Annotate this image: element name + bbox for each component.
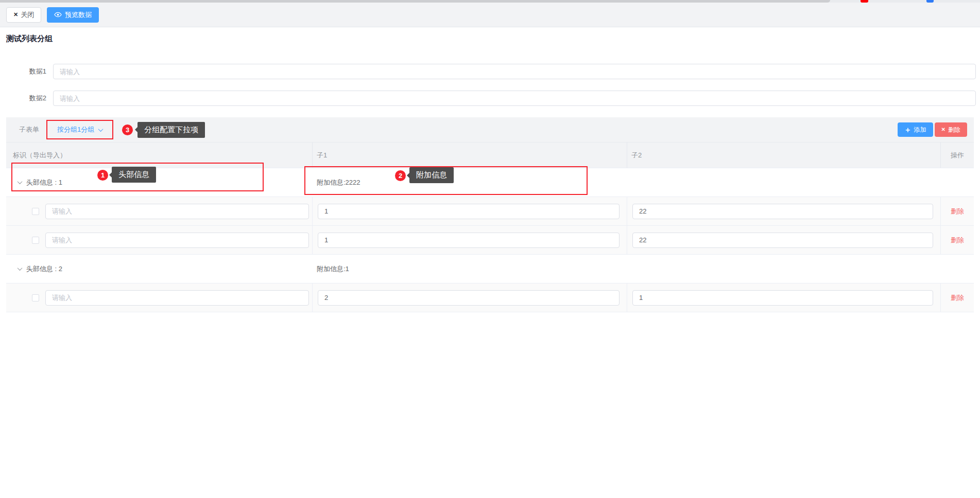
data1-input[interactable] xyxy=(53,64,976,79)
data2-label: 数据2 xyxy=(0,94,53,103)
annotation-tooltip-2: 附加信息 xyxy=(409,167,454,183)
group-by-dropdown[interactable]: 按分组1分组 xyxy=(46,120,113,139)
table-row: 删除 xyxy=(6,283,974,312)
row-id-input[interactable] xyxy=(45,204,309,219)
row-sub1-input[interactable] xyxy=(318,233,620,248)
data1-label: 数据1 xyxy=(0,67,53,76)
subform-label: 子表单 xyxy=(19,125,39,134)
row-sub1-input[interactable] xyxy=(318,290,620,306)
browser-edge-strip xyxy=(0,0,980,3)
col-header-actions: 操作 xyxy=(941,143,974,168)
preview-data-button[interactable]: 预览数据 xyxy=(47,7,99,23)
recording-indicator xyxy=(861,0,868,3)
group-extra-info: 附加信息:2222 xyxy=(317,178,360,187)
col-header-sub2: 子2 xyxy=(627,143,941,168)
group-by-dropdown-value: 按分组1分组 xyxy=(57,125,94,134)
form-row-data2: 数据2 xyxy=(0,91,980,106)
group-header-text: 头部信息 : 2 xyxy=(26,264,62,274)
subform-section: 子表单 按分组1分组 3 分组配置下拉项 ＋ 添加 ✕ 删除 标识（导出导入） … xyxy=(6,117,974,312)
main-form: 数据1 数据2 xyxy=(0,64,980,106)
group-extra-info: 附加信息:1 xyxy=(317,264,349,274)
row-sub2-input[interactable] xyxy=(632,204,933,219)
close-button[interactable]: ✕ 关闭 xyxy=(6,7,41,23)
chevron-down-icon xyxy=(98,127,104,132)
row-sub1-input[interactable] xyxy=(318,204,620,219)
close-button-label: 关闭 xyxy=(21,10,34,20)
row-sub2-input[interactable] xyxy=(632,233,933,248)
annotation-callout-3: 3 分组配置下拉项 xyxy=(122,122,205,138)
group-header-row-2[interactable]: 头部信息 : 2 附加信息:1 xyxy=(6,254,974,283)
close-icon: ✕ xyxy=(13,11,18,18)
row-delete-link[interactable]: 删除 xyxy=(951,293,964,303)
eye-icon xyxy=(54,11,62,19)
row-checkbox[interactable] xyxy=(32,294,39,301)
group-collapse-icon[interactable] xyxy=(18,265,23,271)
x-icon: ✕ xyxy=(941,127,945,132)
annotation-tooltip-1: 头部信息 xyxy=(112,167,156,183)
group-collapse-icon[interactable] xyxy=(18,179,23,184)
row-sub2-input[interactable] xyxy=(632,290,933,306)
page-title: 测试列表分组 xyxy=(6,34,980,44)
annotation-badge-3: 3 xyxy=(122,124,133,135)
browser-tab-remnant xyxy=(0,0,830,3)
subform-actions: ＋ 添加 ✕ 删除 xyxy=(898,122,967,137)
table-row: 删除 xyxy=(6,197,974,225)
row-id-input[interactable] xyxy=(45,233,309,248)
delete-rows-label: 删除 xyxy=(948,126,960,134)
row-delete-link[interactable]: 删除 xyxy=(951,236,964,245)
row-delete-link[interactable]: 删除 xyxy=(951,207,964,216)
col-header-sub1: 子1 xyxy=(313,143,627,168)
top-toolbar: ✕ 关闭 预览数据 xyxy=(0,3,980,27)
table-bottom-border xyxy=(6,312,974,312)
row-checkbox[interactable] xyxy=(32,237,39,244)
table-row: 删除 xyxy=(6,225,974,254)
subform-toolbar: 子表单 按分组1分组 3 分组配置下拉项 ＋ 添加 ✕ 删除 xyxy=(6,117,974,142)
annotation-tooltip-3: 分组配置下拉项 xyxy=(137,122,205,138)
form-row-data1: 数据1 xyxy=(0,64,980,79)
table-header-row: 标识（导出导入） 子1 子2 操作 xyxy=(6,142,974,168)
plus-icon: ＋ xyxy=(904,126,912,133)
row-checkbox[interactable] xyxy=(32,208,39,215)
add-row-label: 添加 xyxy=(914,126,926,134)
add-row-button[interactable]: ＋ 添加 xyxy=(898,122,933,137)
delete-rows-button[interactable]: ✕ 删除 xyxy=(935,122,967,137)
row-id-input[interactable] xyxy=(45,290,309,306)
preview-data-label: 预览数据 xyxy=(65,10,92,20)
group-header-text: 头部信息 : 1 xyxy=(26,178,62,187)
data2-input[interactable] xyxy=(53,91,976,106)
extension-indicator xyxy=(926,0,934,3)
col-header-id: 标识（导出导入） xyxy=(6,143,313,168)
